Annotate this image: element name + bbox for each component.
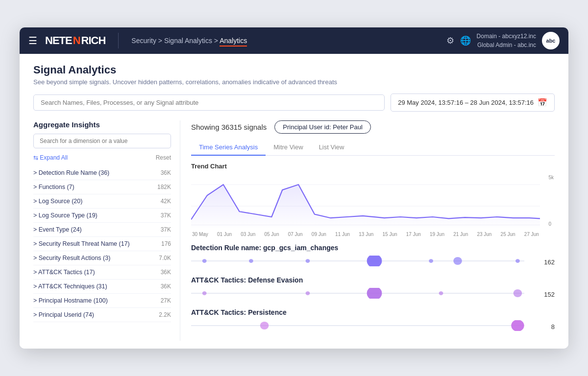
sidebar-item[interactable]: > ATT&CK Tactics (17)36K xyxy=(33,265,171,280)
tab-mitre-view[interactable]: Mitre View xyxy=(266,140,311,156)
chart-x-labels: 30 May01 Jun03 Jun05 Jun07 Jun09 Jun11 J… xyxy=(191,232,540,237)
chart-x-label: 19 Jun xyxy=(430,232,444,237)
sidebar-item-count: 36K xyxy=(161,169,171,176)
detection-label: Detection Rule name: gcp_gcs_iam_changes xyxy=(191,244,555,252)
tab-list-view[interactable]: List View xyxy=(311,140,352,156)
header-divider xyxy=(118,33,119,48)
detection-label: ATT&CK Tactics: Persistence xyxy=(191,308,555,316)
svg-point-17 xyxy=(514,289,522,297)
principal-badge[interactable]: Principal User id: Peter Paul xyxy=(274,120,371,134)
search-input[interactable] xyxy=(33,94,385,111)
user-info: Domain - abcxyz12.inc Global Admin - abc… xyxy=(477,32,536,49)
chart-x-label: 23 Jun xyxy=(477,232,491,237)
company-avatar: abc xyxy=(542,32,560,49)
logo-text-suffix: RICH xyxy=(81,34,106,47)
chart-x-label: 01 Jun xyxy=(217,232,232,237)
svg-point-11 xyxy=(453,257,462,265)
sidebar-item[interactable]: > Principal Hostname (100)27K xyxy=(33,294,171,308)
sidebar-item-count: 182K xyxy=(157,184,171,190)
settings-icon[interactable]: ⚙ xyxy=(446,35,454,46)
logo-text-main: NETE xyxy=(45,34,72,47)
bubble-svg xyxy=(191,320,535,331)
detection-count: 152 xyxy=(544,291,555,298)
sidebar-item-label: > Security Result Threat Name (17) xyxy=(33,240,130,247)
detection-label: ATT&CK Tactics: Defense Evasion xyxy=(191,276,555,284)
breadcrumb-security[interactable]: Security xyxy=(131,37,156,45)
sidebar-item[interactable]: > Security Result Threat Name (17)176 xyxy=(33,237,171,251)
sidebar-item-count: 36K xyxy=(161,283,171,290)
aggregate-insights-sidebar: Aggregate Insights ⇆ Expand All Reset > … xyxy=(33,120,180,341)
svg-point-10 xyxy=(515,259,520,263)
breadcrumb-signal-analytics: > Signal Analytics > xyxy=(158,37,220,45)
signals-header: Showing 36315 signals Principal User id:… xyxy=(191,120,555,134)
sidebar-title: Aggregate Insights xyxy=(33,120,171,129)
sidebar-item[interactable]: > Log Source (20)42K xyxy=(33,194,171,209)
sidebar-item-count: 2.2K xyxy=(159,311,171,318)
sidebar-item-count: 36K xyxy=(161,269,171,276)
date-range-picker[interactable]: 29 May 2024, 13:57:16 – 28 Jun 2024, 13:… xyxy=(391,94,555,112)
logo: NETENRICH xyxy=(45,34,105,47)
sidebar-item-label: > Security Result Actions (3) xyxy=(33,255,110,261)
sidebar-item[interactable]: > Detection Rule Name (36)36K xyxy=(33,166,171,180)
sidebar-item-count: 42K xyxy=(161,198,171,205)
sidebar-item[interactable]: > Event Type (24)37K xyxy=(33,223,171,237)
svg-point-6 xyxy=(249,259,253,263)
svg-point-19 xyxy=(260,322,269,329)
chart-y-labels: 5k 0 xyxy=(548,174,554,228)
hamburger-menu-icon[interactable]: ☰ xyxy=(28,35,37,47)
breadcrumb-analytics[interactable]: Analytics xyxy=(220,37,247,47)
detection-row: Detection Rule name: gcp_gcs_iam_changes… xyxy=(191,244,555,268)
chart-x-label: 30 May xyxy=(192,232,208,237)
sidebar-item-count: 27K xyxy=(161,297,171,304)
sidebar-item[interactable]: > ATT&CK Techniques (31)36K xyxy=(33,280,171,294)
sidebar-item-label: > Principal Userid (74) xyxy=(33,311,94,318)
sidebar-items-list: > Detection Rule Name (36)36K> Functions… xyxy=(33,166,171,322)
sidebar-item[interactable]: > Security Result Actions (3)7.0K xyxy=(33,251,171,265)
trend-chart: 5k 0 xyxy=(191,174,540,228)
chart-x-label: 09 Jun xyxy=(312,232,326,237)
sidebar-item[interactable]: > Principal Userid (74)2.2K xyxy=(33,308,171,322)
svg-point-13 xyxy=(202,291,207,295)
bubble-line-container: 8 xyxy=(191,320,555,333)
detection-rows: Detection Rule name: gcp_gcs_iam_changes… xyxy=(191,244,555,333)
page-subtitle: See beyond simple signals. Uncover hidde… xyxy=(33,78,555,86)
signals-count: Showing 36315 signals xyxy=(191,123,267,131)
chart-x-label: 21 Jun xyxy=(453,232,468,237)
sidebar-item-label: > ATT&CK Techniques (31) xyxy=(33,283,107,290)
tab-time-series[interactable]: Time Series Analysis xyxy=(191,140,266,156)
chart-x-label: 17 Jun xyxy=(406,232,421,237)
sidebar-item[interactable]: > Log Source Type (19)37K xyxy=(33,209,171,223)
reset-button[interactable]: Reset xyxy=(156,154,171,161)
view-tabs: Time Series Analysis Mitre View List Vie… xyxy=(191,140,555,156)
chart-x-label: 25 Jun xyxy=(501,232,515,237)
chart-x-label: 05 Jun xyxy=(264,232,279,237)
sidebar-item-count: 37K xyxy=(161,212,171,219)
topbar-right: ⚙ 🌐 Domain - abcxyz12.inc Global Admin -… xyxy=(446,32,560,49)
svg-point-16 xyxy=(439,291,443,295)
svg-point-15 xyxy=(367,288,382,299)
detection-row: ATT&CK Tactics: Persistence8 xyxy=(191,308,555,333)
sidebar-item[interactable]: > Functions (7)182K xyxy=(33,180,171,194)
bubble-line-container: 162 xyxy=(191,256,555,268)
date-range-text: 29 May 2024, 13:57:16 – 28 Jun 2024, 13:… xyxy=(398,99,534,106)
user-domain: Domain - abcxyz12.inc xyxy=(477,32,536,41)
chart-x-label: 27 Jun xyxy=(524,232,539,237)
sidebar-item-label: > Log Source (20) xyxy=(33,198,82,205)
bubble-svg xyxy=(191,288,535,299)
chart-x-label: 03 Jun xyxy=(241,232,255,237)
svg-point-14 xyxy=(306,291,310,295)
logo-accent: N xyxy=(73,34,80,47)
sidebar-item-label: > Functions (7) xyxy=(33,184,74,190)
user-admin: Global Admin - abc.inc xyxy=(477,41,536,49)
sidebar-item-label: > Principal Hostname (100) xyxy=(33,297,108,304)
sidebar-item-count: 176 xyxy=(161,240,171,247)
sidebar-search-input[interactable] xyxy=(33,134,171,148)
sidebar-item-label: > Log Source Type (19) xyxy=(33,212,98,219)
chart-x-label: 11 Jun xyxy=(335,232,350,237)
breadcrumb: Security > Signal Analytics > Analytics xyxy=(131,37,438,45)
sidebar-item-label: > Event Type (24) xyxy=(33,226,82,233)
sidebar-item-count: 37K xyxy=(161,226,171,233)
globe-icon[interactable]: 🌐 xyxy=(460,35,471,46)
svg-point-5 xyxy=(202,259,207,263)
expand-all-button[interactable]: ⇆ Expand All xyxy=(33,154,68,161)
